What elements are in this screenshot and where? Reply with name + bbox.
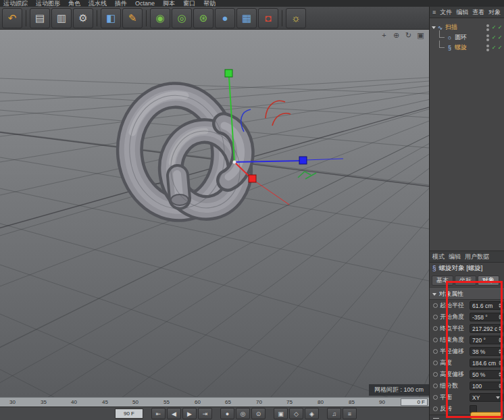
keyframe-dot-icon[interactable] bbox=[433, 406, 438, 411]
zoom-view-icon[interactable]: ⊕ bbox=[392, 31, 401, 40]
object-row-helix[interactable]: § 螺旋 ✓ ✓ bbox=[430, 43, 504, 53]
menu-octane[interactable]: Octane bbox=[135, 0, 155, 7]
axis-origin-handle[interactable] bbox=[233, 161, 236, 164]
enable-check-icon[interactable]: ✓ bbox=[497, 35, 503, 41]
am-menu-edit[interactable]: 编辑 bbox=[449, 253, 461, 261]
keyframe-dot-icon[interactable] bbox=[433, 372, 438, 377]
deformer-button[interactable]: ⊛ bbox=[193, 8, 213, 28]
spinner-arrows-icon[interactable] bbox=[499, 349, 501, 354]
menu-script[interactable]: 脚本 bbox=[163, 0, 175, 7]
start-angle-input[interactable]: -358 ° bbox=[470, 313, 503, 321]
enable-check-icon[interactable]: ✓ bbox=[497, 45, 503, 51]
spinner-arrows-icon[interactable] bbox=[499, 303, 501, 308]
panel-menu-icon[interactable]: ≡ bbox=[432, 9, 436, 16]
keyframe-dot-icon[interactable] bbox=[433, 338, 438, 342]
om-menu-object[interactable]: 对象 bbox=[488, 8, 501, 17]
enable-check-icon[interactable]: ✓ bbox=[491, 45, 497, 51]
height-input[interactable]: 184.6 cm bbox=[470, 359, 503, 367]
start-radius-input[interactable]: 61.6 cm bbox=[470, 301, 503, 310]
autokey-button[interactable]: ◎ bbox=[236, 408, 250, 419]
enable-check-icon[interactable]: ✓ bbox=[491, 35, 497, 41]
plane-dropdown[interactable]: XY bbox=[470, 393, 503, 402]
tab-coordinates[interactable]: 坐标 bbox=[455, 275, 476, 286]
pen-spline-button[interactable]: ✎ bbox=[122, 8, 143, 28]
spinner-arrows-icon[interactable] bbox=[499, 326, 501, 331]
keyframe-dot-icon[interactable] bbox=[433, 315, 438, 319]
record-options-button[interactable]: ⊙ bbox=[251, 408, 266, 419]
prev-frame-button[interactable]: ◀ bbox=[167, 408, 181, 419]
menu-window[interactable]: 窗口 bbox=[183, 0, 195, 7]
goto-end-button[interactable]: ⇥ bbox=[198, 408, 212, 419]
am-menu-mode[interactable]: 模式 bbox=[432, 253, 445, 261]
end-frame-field[interactable]: 90 F bbox=[115, 409, 143, 419]
keyframe-dot-icon[interactable] bbox=[433, 361, 438, 365]
subdivision-input[interactable]: 100 bbox=[470, 382, 503, 390]
maximize-view-icon[interactable]: ▣ bbox=[416, 31, 425, 40]
pan-view-icon[interactable]: + bbox=[380, 31, 388, 40]
visibility-dots[interactable] bbox=[486, 45, 489, 51]
menu-mograph[interactable]: 运动图形 bbox=[36, 0, 60, 7]
render-settings-button[interactable]: ⚙ bbox=[73, 8, 93, 28]
radial-bias-input[interactable]: 38 % bbox=[470, 347, 503, 356]
om-menu-edit[interactable]: 编辑 bbox=[456, 8, 468, 17]
viewport-3d[interactable]: + ⊕ ↻ ▣ 网格间距 : 100 cm bbox=[0, 30, 429, 398]
height-bias-input[interactable]: 50 % bbox=[470, 370, 503, 379]
expand-icon[interactable] bbox=[431, 25, 436, 30]
subdivision-surface-button[interactable]: ◉ bbox=[150, 8, 170, 28]
timeline-ruler[interactable]: 30 35 40 45 50 55 60 65 70 75 80 85 90 0… bbox=[0, 397, 429, 407]
mograph-array-button[interactable]: ▦ bbox=[236, 8, 257, 28]
goto-start-button[interactable]: ⇤ bbox=[151, 408, 166, 419]
axis-z-handle[interactable] bbox=[299, 157, 307, 164]
spinner-arrows-icon[interactable] bbox=[499, 338, 501, 342]
section-header-object-properties[interactable]: 对象属性 bbox=[430, 288, 504, 300]
add-sphere-button[interactable]: ● bbox=[215, 8, 235, 28]
am-menu-userdata[interactable]: 用户数据 bbox=[465, 253, 489, 261]
spinner-arrows-icon[interactable] bbox=[499, 384, 501, 388]
record-keyframe-button[interactable]: ● bbox=[220, 408, 234, 419]
axis-y-handle[interactable] bbox=[225, 70, 232, 77]
axis-x-handle[interactable] bbox=[249, 175, 256, 182]
tab-basic[interactable]: 基本 bbox=[432, 275, 453, 286]
add-cube-button[interactable]: ◧ bbox=[101, 8, 121, 28]
menu-plugins[interactable]: 插件 bbox=[115, 0, 127, 7]
rotate-view-icon[interactable]: ↻ bbox=[404, 31, 413, 40]
keyframe-dot-icon[interactable] bbox=[433, 326, 438, 331]
end-angle-input[interactable]: 720 ° bbox=[470, 336, 503, 344]
keyframe-scale-button[interactable]: ◇ bbox=[289, 408, 303, 419]
light-button[interactable]: ☼ bbox=[286, 8, 306, 28]
enable-check-icon[interactable]: ✓ bbox=[491, 25, 497, 30]
om-menu-view[interactable]: 查看 bbox=[472, 8, 484, 17]
menu-help[interactable]: 帮助 bbox=[203, 0, 216, 7]
visibility-dots[interactable] bbox=[486, 34, 489, 41]
menu-pipeline[interactable]: 流水线 bbox=[89, 0, 107, 7]
menu-motion-tracker[interactable]: 运动跟踪 bbox=[3, 0, 28, 7]
keyframe-dot-icon[interactable] bbox=[433, 395, 438, 400]
timeline-tick: 75 bbox=[286, 399, 293, 405]
visibility-dots[interactable] bbox=[486, 24, 489, 31]
spinner-arrows-icon[interactable] bbox=[499, 315, 501, 319]
keyframe-position-button[interactable]: ▣ bbox=[274, 408, 288, 419]
render-view-button[interactable]: ▤ bbox=[30, 8, 50, 28]
keyframe-rotation-button[interactable]: ◈ bbox=[305, 408, 319, 419]
highlighted-button[interactable] bbox=[470, 412, 503, 419]
om-menu-file[interactable]: 文件 bbox=[440, 8, 452, 17]
tab-object[interactable]: 对象 bbox=[478, 275, 499, 286]
render-picture-viewer-button[interactable]: ▥ bbox=[51, 8, 72, 28]
play-button[interactable]: ▶ bbox=[182, 408, 197, 419]
keyframe-dot-icon[interactable] bbox=[433, 349, 438, 354]
end-radius-input[interactable]: 217.292 c bbox=[470, 324, 503, 333]
sound-button[interactable]: ♫ bbox=[327, 408, 341, 419]
camera-button[interactable]: ◘ bbox=[258, 8, 278, 28]
helix-sweep-object[interactable] bbox=[124, 90, 245, 213]
keyframe-dot-icon[interactable] bbox=[433, 303, 438, 308]
current-frame-field[interactable]: 0 F bbox=[401, 398, 428, 406]
enable-check-icon[interactable]: ✓ bbox=[497, 25, 503, 30]
sweep-generator-button[interactable]: ◎ bbox=[172, 8, 192, 28]
keyframe-dot-icon[interactable] bbox=[433, 384, 438, 388]
menu-character[interactable]: 角色 bbox=[68, 0, 80, 7]
options-button[interactable]: ≡ bbox=[343, 408, 357, 419]
undo-button[interactable]: ↶ bbox=[2, 8, 22, 28]
spinner-arrows-icon[interactable] bbox=[499, 361, 501, 365]
viewport-canvas[interactable] bbox=[0, 30, 429, 398]
spinner-arrows-icon[interactable] bbox=[499, 372, 501, 377]
